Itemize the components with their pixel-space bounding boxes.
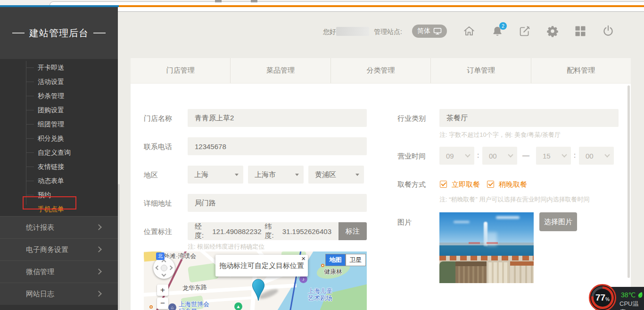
time-colon: : <box>574 151 576 159</box>
sidebar-item[interactable]: 动态表单 <box>0 174 118 188</box>
app-window: 建站管理后台 开卡即送 活动设置 秒杀管理 团购设置 组团管理 积分兑换 自定义… <box>0 0 644 310</box>
pan-center-knob[interactable] <box>161 265 167 271</box>
phone-value: 12345678 <box>195 142 226 151</box>
section-label: 微信管理 <box>26 268 54 276</box>
category-label: 行业类别 <box>397 114 426 123</box>
sidebar-item[interactable]: 积分兑换 <box>0 131 118 145</box>
content-scrollbar[interactable] <box>627 85 630 278</box>
sidebar-section-logs[interactable]: 网站日志 <box>0 283 118 305</box>
address-input[interactable]: 局门路 <box>188 194 367 212</box>
chevron-down-icon <box>561 152 567 157</box>
sidebar-section-ecommerce[interactable]: 电子商务设置 <box>0 238 118 260</box>
pickup-now-checkbox[interactable] <box>440 181 447 188</box>
grid-icon <box>574 25 587 38</box>
pickup-note: 注: “稍晚取餐” 用户可以选择在营业时间内选择取餐时间 <box>439 195 590 204</box>
open-hour-select[interactable]: 09 <box>439 147 474 165</box>
location-field[interactable]: 经度: 121.490882232 纬度: 31.1952626403 <box>188 222 339 240</box>
choose-image-button[interactable]: 选择图片 <box>539 212 577 231</box>
title-dash-left <box>12 33 25 34</box>
settings-button[interactable] <box>546 25 559 38</box>
city-select[interactable]: 上海市 <box>248 166 304 184</box>
mark-location-button[interactable]: 标注 <box>339 222 367 240</box>
sidebar-submenu: 开卡即送 活动设置 秒杀管理 团购设置 组团管理 积分兑换 自定义查询 友情链接… <box>0 59 118 216</box>
store-name-input[interactable]: 青青原上草2 <box>188 109 367 127</box>
map-north-badge: 北 <box>156 252 165 260</box>
city-value: 上海市 <box>255 170 276 179</box>
cpu-temp-label: CPU温度 <box>619 300 644 310</box>
sidebar: 建站管理后台 开卡即送 活动设置 秒杀管理 团购设置 组团管理 积分兑换 自定义… <box>0 7 118 310</box>
map-label-line: 上海世博会 <box>179 301 209 308</box>
pan-down-icon[interactable] <box>162 272 166 277</box>
home-button[interactable] <box>462 25 476 38</box>
chevron-right-icon <box>96 224 102 230</box>
sidebar-item[interactable]: 团购设置 <box>0 103 118 117</box>
logout-button[interactable] <box>602 25 615 38</box>
browser-chrome-fragment <box>251 0 257 2</box>
power-icon <box>602 25 615 38</box>
apps-button[interactable] <box>574 25 587 38</box>
tab-categories[interactable]: 分类管理 <box>330 58 430 83</box>
sidebar-item[interactable]: 组团管理 <box>0 117 118 131</box>
tab-ingredients[interactable]: 配料管理 <box>531 58 631 83</box>
chevron-right-icon <box>96 268 102 275</box>
satellite-mode-button[interactable]: 卫星 <box>346 254 366 266</box>
photo-building-roof <box>455 261 487 266</box>
sidebar-item[interactable]: 秒杀管理 <box>0 89 118 103</box>
province-select[interactable]: 上海 <box>188 166 243 184</box>
topbar-accent-orange <box>119 5 644 7</box>
map-widget[interactable]: 外滩·湾璞会 龙华东路 健康林 上海儿童 艺术剧场 ⌂ 上海世博会 纪念展 ▲ … <box>144 251 367 310</box>
cpu-percent: 77 <box>595 293 605 303</box>
store-photo-thumbnail[interactable] <box>439 212 534 283</box>
language-label: 简体 <box>417 27 430 35</box>
store-name-label: 门店名称 <box>144 114 172 123</box>
pickup-now-label[interactable]: 立即取餐 <box>452 180 480 189</box>
open-minute-select[interactable]: 00 <box>482 147 517 165</box>
tab-stores[interactable]: 门店管理 <box>131 58 230 83</box>
leaf-icon <box>637 292 643 299</box>
sidebar-section-wechat[interactable]: 微信管理 <box>0 260 118 283</box>
hours-label: 营业时间 <box>397 152 426 161</box>
language-site-pill[interactable]: 简体 <box>412 25 447 38</box>
chevron-down-icon <box>465 152 470 157</box>
map-pan-control[interactable] <box>153 257 175 279</box>
poi-dot <box>149 305 153 309</box>
pan-up-icon[interactable] <box>162 260 166 264</box>
address-value: 局门路 <box>195 199 216 208</box>
cpu-temp-value: 38℃ <box>621 291 636 299</box>
pan-right-icon[interactable] <box>168 266 173 270</box>
district-select[interactable]: 黄浦区 <box>308 166 364 184</box>
tab-orders[interactable]: 订单管理 <box>430 58 530 83</box>
sidebar-section-reports[interactable]: 统计报表 <box>0 216 118 238</box>
close-hour-select[interactable]: 15 <box>536 147 571 165</box>
category-input[interactable]: 茶餐厅 <box>439 109 619 127</box>
tab-dishes[interactable]: 菜品管理 <box>230 58 330 83</box>
home-icon <box>462 25 476 38</box>
store-name-value: 青青原上草2 <box>195 114 234 123</box>
close-minute-select[interactable]: 00 <box>579 147 614 165</box>
image-label: 图片 <box>397 218 412 227</box>
compose-button[interactable] <box>518 25 531 38</box>
close-minute-value: 00 <box>586 152 594 160</box>
scenic-poi-icon: ▲ <box>234 302 242 310</box>
pickup-later-checkbox[interactable] <box>487 181 494 188</box>
sidebar-scrollbar[interactable] <box>118 184 120 310</box>
category-note: 注: 字数不超过10个字，例: 美食/粤菜/茶餐厅 <box>439 131 561 139</box>
cpu-percent-sign: % <box>605 297 610 302</box>
pickup-later-label[interactable]: 稍晚取餐 <box>499 180 527 189</box>
close-icon[interactable]: × <box>301 255 305 262</box>
map-tooltip: 拖动标注可自定义目标位置 × <box>215 255 308 276</box>
sidebar-item[interactable]: 活动设置 <box>0 75 118 89</box>
pan-left-icon[interactable] <box>156 266 160 270</box>
browser-chrome-strip <box>0 0 644 5</box>
map-mode-button[interactable]: 地图 <box>325 254 346 266</box>
phone-input[interactable]: 12345678 <box>188 137 367 155</box>
title-dash-right <box>93 33 106 34</box>
longitude-label: 经度: <box>195 222 209 240</box>
map-pin[interactable] <box>251 279 265 302</box>
sidebar-item[interactable]: 自定义查询 <box>0 145 118 159</box>
map-zoom-in-button[interactable]: + <box>157 285 168 296</box>
sidebar-item[interactable]: 开卡即送 <box>0 60 118 75</box>
photo-building-roof <box>510 261 534 266</box>
sidebar-item[interactable]: 友情链接 <box>0 159 118 174</box>
map-zoom-out-button[interactable]: − <box>157 298 168 309</box>
